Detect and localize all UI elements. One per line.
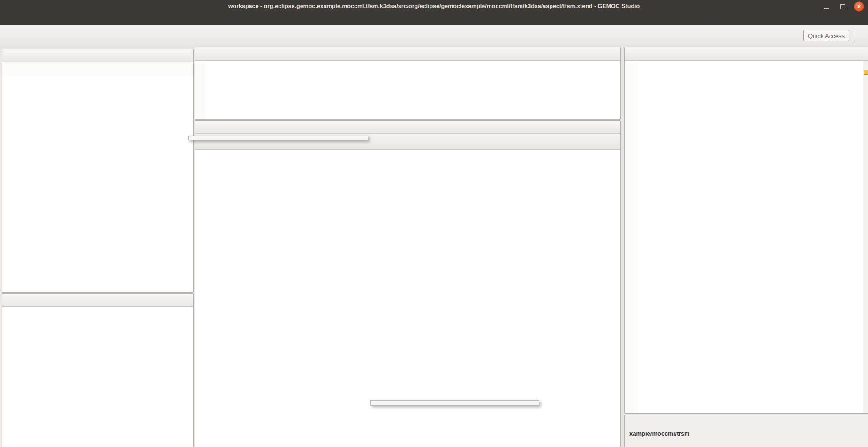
outline-tree[interactable] — [2, 307, 193, 308]
main-toolbar: Quick Access — [0, 25, 868, 46]
xtend-code-area[interactable] — [625, 61, 868, 413]
toolbar-separator — [855, 29, 856, 43]
xtend-editor — [624, 47, 868, 414]
maximize-button[interactable] — [838, 2, 847, 11]
close-button[interactable]: ✕ — [854, 1, 864, 12]
window-title: workspace - org.eclipse.gemoc.example.mo… — [0, 0, 868, 12]
gemoc-studio-window: { "window": { "title": "workspace - org.… — [0, 0, 868, 447]
context-menu — [188, 136, 368, 140]
minimized-view-panel: xample/moccml/tfsm — [624, 415, 868, 447]
menu-bar — [0, 12, 868, 25]
gemoc-moccml-submenu — [370, 400, 539, 406]
minimize-button[interactable] — [822, 2, 831, 11]
path-label: xample/moccml/tfsm — [629, 430, 690, 437]
dsl-code-area[interactable] — [195, 61, 620, 119]
title-bar: workspace - org.eclipse.gemoc.example.mo… — [0, 0, 868, 12]
quick-access-button[interactable]: Quick Access — [803, 30, 849, 41]
project-tree[interactable] — [2, 76, 193, 77]
overview-ruler[interactable] — [863, 61, 868, 413]
warning-marker[interactable] — [864, 70, 868, 75]
diagram-editor — [195, 120, 621, 447]
outline-view — [2, 293, 194, 447]
dsl-editor — [195, 47, 621, 120]
project-explorer-view — [2, 49, 194, 293]
